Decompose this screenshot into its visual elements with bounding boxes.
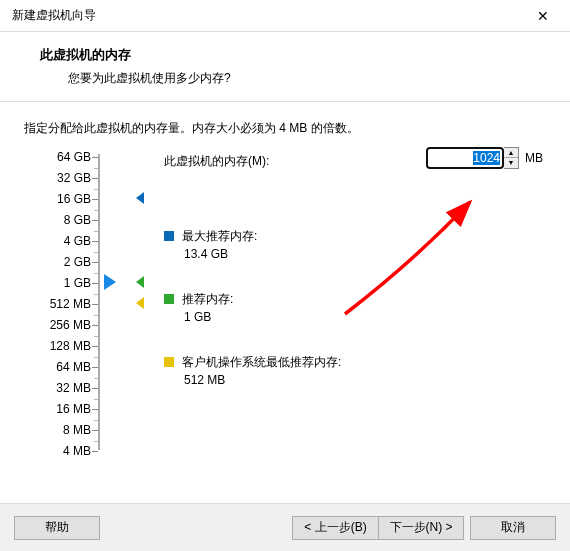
- scale-label: 2 GB: [64, 256, 91, 268]
- scale-tick: [92, 430, 98, 431]
- memory-spinner[interactable]: ▲ ▼: [504, 147, 519, 169]
- memory-input-group: ▲ ▼ MB: [426, 147, 543, 169]
- min-memory-info: 客户机操作系统最低推荐内存: 512 MB: [164, 353, 341, 389]
- help-button[interactable]: 帮助: [14, 516, 100, 540]
- memory-input[interactable]: [426, 147, 504, 169]
- scale-tick: [92, 262, 98, 263]
- scale-mini-tick: [94, 399, 98, 400]
- max-memory-label: 最大推荐内存:: [182, 229, 257, 243]
- spinner-down-icon[interactable]: ▼: [504, 158, 518, 168]
- instruction-text: 指定分配给此虚拟机的内存量。内存大小必须为 4 MB 的倍数。: [24, 120, 546, 137]
- scale-tick: [92, 367, 98, 368]
- scale-label: 32 MB: [56, 382, 91, 394]
- memory-unit: MB: [525, 151, 543, 165]
- scale-mini-tick: [94, 420, 98, 421]
- scale-label: 64 GB: [57, 151, 91, 163]
- max-memory-value: 13.4 GB: [164, 245, 257, 263]
- scale-tick: [92, 346, 98, 347]
- pointer-current-icon[interactable]: [104, 274, 116, 290]
- scale-tick: [92, 451, 98, 452]
- scale-tick: [92, 178, 98, 179]
- scale-label: 16 GB: [57, 193, 91, 205]
- scale-mini-tick: [94, 231, 98, 232]
- scale-mini-tick: [94, 189, 98, 190]
- scale-tick: [92, 157, 98, 158]
- scale-label: 4 MB: [63, 445, 91, 457]
- wizard-footer: 帮助 < 上一步(B) 下一步(N) > 取消: [0, 503, 570, 551]
- pointer-min-icon: [136, 297, 144, 309]
- scale-mini-tick: [94, 441, 98, 442]
- recommended-memory-value: 1 GB: [164, 308, 233, 326]
- scale-mini-tick: [94, 210, 98, 211]
- square-icon-yellow: [164, 357, 174, 367]
- scale-label: 512 MB: [50, 298, 91, 310]
- min-memory-label: 客户机操作系统最低推荐内存:: [182, 355, 341, 369]
- scale-tick: [92, 283, 98, 284]
- next-button[interactable]: 下一步(N) >: [378, 516, 464, 540]
- memory-scale-bar: [98, 154, 100, 450]
- scale-mini-tick: [94, 168, 98, 169]
- spinner-up-icon[interactable]: ▲: [504, 148, 518, 158]
- scale-label: 8 MB: [63, 424, 91, 436]
- scale-mini-tick: [94, 294, 98, 295]
- scale-tick: [92, 325, 98, 326]
- scale-label: 16 MB: [56, 403, 91, 415]
- back-button[interactable]: < 上一步(B): [292, 516, 378, 540]
- scale-mini-tick: [94, 378, 98, 379]
- scale-tick: [92, 241, 98, 242]
- scale-label: 4 GB: [64, 235, 91, 247]
- scale-label: 64 MB: [56, 361, 91, 373]
- square-icon-blue: [164, 231, 174, 241]
- scale-tick: [92, 304, 98, 305]
- min-memory-value: 512 MB: [164, 371, 341, 389]
- content-area: 指定分配给此虚拟机的内存量。内存大小必须为 4 MB 的倍数。 此虚拟机的内存(…: [0, 102, 570, 485]
- scale-tick: [92, 199, 98, 200]
- max-memory-info: 最大推荐内存: 13.4 GB: [164, 227, 257, 263]
- page-title: 此虚拟机的内存: [40, 46, 546, 64]
- scale-label: 32 GB: [57, 172, 91, 184]
- scale-label: 256 MB: [50, 319, 91, 331]
- wizard-header: 此虚拟机的内存 您要为此虚拟机使用多少内存?: [0, 32, 570, 101]
- window-title: 新建虚拟机向导: [12, 7, 96, 24]
- recommended-memory-label: 推荐内存:: [182, 292, 233, 306]
- scale-mini-tick: [94, 336, 98, 337]
- memory-config-area: 此虚拟机的内存(M): ▲ ▼ MB 64 GB32 GB16 GB8 GB4 …: [24, 157, 546, 477]
- pointer-max-icon: [136, 192, 144, 204]
- scale-label: 8 GB: [64, 214, 91, 226]
- memory-label: 此虚拟机的内存(M):: [164, 153, 269, 170]
- page-subtitle: 您要为此虚拟机使用多少内存?: [40, 70, 546, 87]
- scale-tick: [92, 388, 98, 389]
- square-icon-green: [164, 294, 174, 304]
- recommended-memory-info: 推荐内存: 1 GB: [164, 290, 233, 326]
- pointer-recommended-icon: [136, 276, 144, 288]
- close-button[interactable]: ✕: [526, 0, 560, 32]
- scale-mini-tick: [94, 252, 98, 253]
- title-bar: 新建虚拟机向导 ✕: [0, 0, 570, 32]
- scale-mini-tick: [94, 357, 98, 358]
- cancel-button[interactable]: 取消: [470, 516, 556, 540]
- scale-label: 1 GB: [64, 277, 91, 289]
- scale-tick: [92, 220, 98, 221]
- scale-mini-tick: [94, 315, 98, 316]
- scale-tick: [92, 409, 98, 410]
- scale-label: 128 MB: [50, 340, 91, 352]
- scale-mini-tick: [94, 273, 98, 274]
